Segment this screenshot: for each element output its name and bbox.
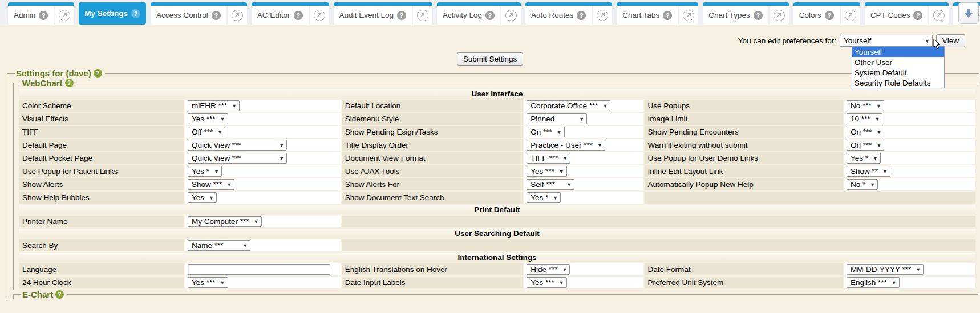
open-in-new-window-button[interactable] xyxy=(501,6,521,25)
tab-chart-tabs[interactable]: Chart Tabs ? xyxy=(617,6,678,25)
dropdown-option-yourself[interactable]: Yourself xyxy=(852,47,944,57)
document-view-format-select[interactable]: TIFF ***▼ xyxy=(527,153,570,164)
inline-edit-layout-link-select[interactable]: Show **▼ xyxy=(847,166,890,177)
help-icon[interactable]: ? xyxy=(485,11,495,20)
selected-value: Hide *** xyxy=(531,265,557,274)
submit-settings-button[interactable]: Submit Settings xyxy=(457,52,524,66)
show-help-bubbles-select[interactable]: Yes▼ xyxy=(188,192,217,203)
automatically-popup-new-help-label: Automatically Popup New Help xyxy=(645,178,843,190)
color-scheme-select[interactable]: miEHR ***▼ xyxy=(188,100,240,111)
tab-label: Access Control xyxy=(156,11,208,19)
warn-if-exiting-without-submit-select[interactable]: On ***▼ xyxy=(847,140,884,151)
help-icon[interactable]: ? xyxy=(94,69,102,78)
selected-value: Show *** xyxy=(192,180,222,189)
dropdown-arrow-icon: ▼ xyxy=(559,280,564,286)
tab-auto-routes[interactable]: Auto Routes ? xyxy=(525,6,592,25)
show-pending-esign-tasks-select[interactable]: On ***▼ xyxy=(527,127,564,137)
use-popup-for-user-demo-links-select[interactable]: Yes *▼ xyxy=(847,153,881,164)
open-in-new-window-button[interactable] xyxy=(55,6,74,25)
language-input[interactable] xyxy=(188,264,330,275)
dropdown-arrow-icon: ▼ xyxy=(597,143,602,148)
dropdown-arrow-icon: ▼ xyxy=(882,169,888,174)
image-limit-select[interactable]: 10 ***▼ xyxy=(847,113,882,124)
english-translations-on-hover-select[interactable]: Hide ***▼ xyxy=(527,264,570,275)
dropdown-arrow-icon: ▼ xyxy=(217,129,222,135)
selected-value: miEHR *** xyxy=(192,101,227,110)
tab-activity-log[interactable]: Activity Log ? xyxy=(437,6,500,25)
help-icon[interactable]: ? xyxy=(294,11,303,20)
open-in-new-window-button[interactable] xyxy=(310,6,329,25)
automatically-popup-new-help-select[interactable]: No *▼ xyxy=(847,179,878,190)
table-row: Default PageQuick View ***▼Title Display… xyxy=(19,139,975,151)
help-icon[interactable]: ? xyxy=(577,11,586,20)
dropdown-arrow-icon: ▼ xyxy=(254,219,259,225)
table-row: Show Help BubblesYes▼Show Document Text … xyxy=(19,192,975,204)
help-icon[interactable]: ? xyxy=(65,79,74,87)
tab-group-activity-log: Activity Log ? xyxy=(437,2,521,25)
use-ajax-tools-select[interactable]: Yes ***▼ xyxy=(527,166,566,177)
visual-effects-select[interactable]: Yes ***▼ xyxy=(188,113,228,124)
printer-name-select[interactable]: My Computer ***▼ xyxy=(188,216,261,227)
help-icon[interactable]: ? xyxy=(212,11,221,20)
show-alerts-select[interactable]: Show ***▼ xyxy=(188,179,234,190)
scroll-down-button[interactable] xyxy=(958,2,979,24)
open-in-new-window-button[interactable] xyxy=(929,6,949,25)
24-hour-clock-select[interactable]: Yes ***▼ xyxy=(188,277,228,288)
help-icon[interactable]: ? xyxy=(913,11,922,20)
tab-access-control[interactable]: Access Control ? xyxy=(151,6,226,25)
tab-label: Audit Event Log xyxy=(339,11,394,19)
tab-audit-event-log[interactable]: Audit Event Log ? xyxy=(334,6,412,25)
show-alerts-for-select[interactable]: Self ***▼ xyxy=(527,179,574,190)
top-controls: You can edit preferences for: Yourself ▼… xyxy=(0,25,980,68)
date-format-select[interactable]: MM-DD-YYYY ***▼ xyxy=(847,264,924,275)
sidemenu-style-select[interactable]: Pinned▼ xyxy=(527,113,587,124)
dropdown-option-system-default[interactable]: System Default xyxy=(852,67,944,78)
help-icon[interactable]: ? xyxy=(825,11,834,20)
help-icon[interactable]: ? xyxy=(55,290,64,299)
help-icon[interactable]: ? xyxy=(397,11,406,20)
open-in-new-window-button[interactable] xyxy=(770,6,789,25)
default-page-select[interactable]: Quick View ***▼ xyxy=(188,140,287,151)
tab-my-settings[interactable]: My Settings ? xyxy=(79,2,146,25)
open-in-new-window-button[interactable] xyxy=(228,6,247,25)
dropdown-arrow-icon: ▼ xyxy=(602,103,608,109)
empty-filler-cell xyxy=(342,216,975,227)
help-icon[interactable]: ? xyxy=(663,11,672,20)
tab-admin[interactable]: Admin ? xyxy=(8,6,54,25)
tab-cpt-codes[interactable]: CPT Codes ? xyxy=(865,6,929,25)
use-popups-select[interactable]: No ***▼ xyxy=(847,100,884,111)
tab-group-my-settings: My Settings ? xyxy=(79,2,146,25)
tab-group-chart-tabs: Chart Tabs ? xyxy=(617,2,698,25)
dropdown-arrow-icon: ▼ xyxy=(553,195,558,201)
preferred-unit-system-select[interactable]: English ***▼ xyxy=(847,277,900,288)
admin-tab-bar: Admin ? My Settings ? Access Control ? A… xyxy=(0,0,980,25)
show-pending-encounters-select[interactable]: On ***▼ xyxy=(847,127,884,137)
tiff-select[interactable]: Off ***▼ xyxy=(188,127,225,137)
open-in-new-window-button[interactable] xyxy=(841,6,860,25)
echart-legend: E-Chart ? xyxy=(21,290,67,299)
edit-preferences-select[interactable]: Yourself ▼ xyxy=(840,35,933,47)
selected-value: Yes *** xyxy=(531,167,554,176)
use-popup-for-patient-links-select[interactable]: Yes *▼ xyxy=(188,166,222,177)
table-row: Use Popup for Patient LinksYes *▼Use AJA… xyxy=(19,165,975,177)
help-icon[interactable]: ? xyxy=(131,9,140,18)
view-button[interactable]: View xyxy=(936,34,965,47)
date-input-labels-label: Date Input Labels xyxy=(342,277,523,288)
tab-ac-editor[interactable]: AC Editor ? xyxy=(252,6,309,25)
search-by-select[interactable]: Name ***▼ xyxy=(188,240,250,251)
help-icon[interactable]: ? xyxy=(39,11,48,20)
title-display-order-select[interactable]: Practice - User ***▼ xyxy=(527,140,605,151)
open-in-new-window-button[interactable] xyxy=(413,6,432,25)
date-input-labels-select[interactable]: Yes ***▼ xyxy=(527,277,566,288)
tab-colors[interactable]: Colors ? xyxy=(793,6,840,25)
default-pocket-page-select[interactable]: Quick View ***▼ xyxy=(188,153,287,164)
dropdown-option-security-role-defaults[interactable]: Security Role Defaults xyxy=(852,78,944,88)
dropdown-option-other-user[interactable]: Other User xyxy=(852,57,944,67)
tab-chart-types[interactable]: Chart Types ? xyxy=(703,6,768,25)
table-row: Show AlertsShow ***▼Show Alerts ForSelf … xyxy=(19,178,975,190)
open-in-new-window-button[interactable] xyxy=(593,6,612,25)
help-icon[interactable]: ? xyxy=(754,11,763,20)
open-in-new-window-button[interactable] xyxy=(679,6,698,25)
show-document-text-search-select[interactable]: Yes *▼ xyxy=(527,192,561,203)
default-location-select[interactable]: Corporate Office ***▼ xyxy=(527,100,610,111)
